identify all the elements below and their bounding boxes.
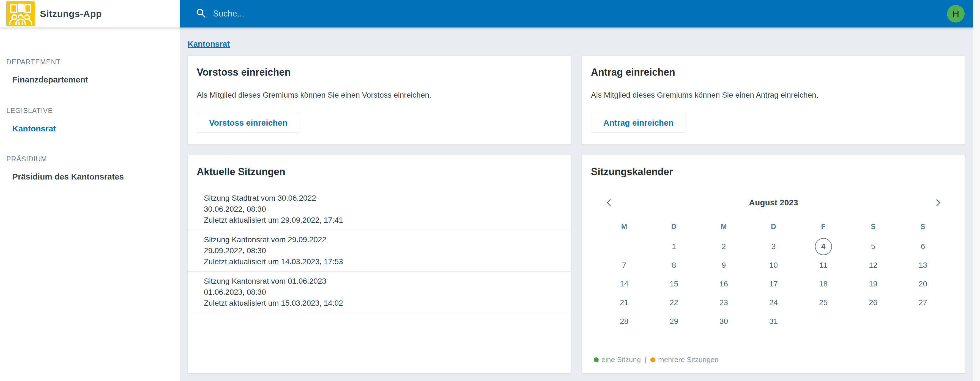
calendar-week-row: 1 2 3 4 5 6 — [599, 237, 948, 256]
calendar-day-cell[interactable]: 31 — [765, 313, 782, 330]
search-input[interactable] — [213, 9, 461, 19]
sitzung-list-item[interactable]: Sitzung Kantonsrat vom 01.06.2023 01.06.… — [197, 276, 562, 309]
sitzungskalender-title: Sitzungskalender — [591, 166, 956, 178]
calendar-day-cell — [865, 313, 882, 330]
aktuelle-sitzungen-card: Aktuelle Sitzungen Sitzung Stadtrat vom … — [188, 155, 571, 373]
calendar-weekday-row: M D M D F S S — [599, 220, 948, 233]
calendar-day-cell[interactable]: 7 — [616, 257, 633, 274]
weekday-label: D — [771, 222, 776, 231]
calendar-day-cell[interactable]: 19 — [865, 275, 882, 292]
calendar-week-row: 14 15 16 17 18 19 20 — [599, 275, 948, 293]
calendar-week-row: 28 29 30 31 — [599, 312, 948, 331]
calendar-month-label: August 2023 — [615, 198, 932, 207]
antrag-einreichen-button[interactable]: Antrag einreichen — [591, 113, 686, 133]
chevron-right-icon[interactable] — [932, 197, 944, 209]
sitzung-updated: Zuletzt aktualisiert um 29.09.2022, 17:4… — [204, 215, 562, 226]
sitzung-title: Sitzung Kantonsrat vom 01.06.2023 — [204, 276, 562, 287]
calendar-day-cell[interactable]: 1 — [665, 238, 682, 255]
content-area: Kantonsrat Vorstoss einreichen Als Mitgl… — [180, 27, 973, 381]
calendar-day-cell — [616, 238, 633, 255]
legend-multiple-label: mehrere Sitzungen — [658, 356, 719, 364]
weekday-label: S — [871, 222, 875, 231]
sidebar-section-legislative: LEGISLATIVE — [6, 106, 173, 114]
breadcrumb: Kantonsrat — [188, 40, 965, 48]
calendar-week-row: 21 22 23 24 25 26 27 — [599, 293, 948, 312]
calendar-day-cell[interactable]: 2 — [715, 238, 732, 255]
weekday-label: S — [921, 222, 925, 231]
sidebar-section-departement: DEPARTEMENT — [6, 58, 173, 66]
viewport: Sitzungs-App H DEPARTEME — [0, 0, 980, 381]
chevron-left-icon[interactable] — [603, 197, 615, 209]
calendar-day-cell[interactable]: 26 — [865, 294, 882, 311]
weekday-label: F — [821, 222, 826, 231]
sidebar: DEPARTEMENT Finanzdepartement LEGISLATIV… — [0, 27, 180, 381]
search-icon — [196, 8, 206, 19]
calendar-navigation: August 2023 — [591, 194, 956, 211]
sitzung-list-item[interactable]: Sitzung Kantonsrat vom 29.09.2022 29.09.… — [197, 234, 562, 267]
sitzung-datetime: 01.06.2023, 08:30 — [204, 287, 562, 298]
calendar-day-cell[interactable]: 13 — [915, 257, 932, 274]
calendar-day-cell[interactable]: 23 — [715, 294, 732, 311]
legend-separator: | — [644, 356, 646, 364]
sitzung-title: Sitzung Kantonsrat vom 29.09.2022 — [204, 234, 562, 245]
calendar-day-cell[interactable]: 6 — [915, 238, 932, 255]
app-title: Sitzungs-App — [40, 8, 102, 19]
sitzung-list-item[interactable]: Sitzung Stadtrat vom 30.06.2022 30.06.20… — [197, 193, 562, 226]
calendar-day-cell[interactable]: 20 — [915, 275, 932, 292]
header-bar: H — [180, 0, 973, 27]
vorstoss-card: Vorstoss einreichen Als Mitglied dieses … — [188, 56, 571, 144]
app-logo-icon — [6, 1, 35, 26]
sitzung-updated: Zuletzt aktualisiert um 14.03.2023, 17:5… — [204, 256, 562, 267]
calendar-day-cell[interactable]: 18 — [815, 275, 832, 292]
sitzungen-list: Sitzung Stadtrat vom 30.06.2022 30.06.20… — [197, 193, 562, 313]
calendar-day-cell[interactable]: 24 — [765, 294, 782, 311]
calendar-days: 1 2 3 4 5 6 7 8 9 — [599, 237, 948, 331]
calendar-day-cell[interactable]: 22 — [665, 294, 682, 311]
sitzung-datetime: 29.09.2022, 08:30 — [204, 245, 562, 256]
vorstoss-einreichen-button[interactable]: Vorstoss einreichen — [197, 113, 300, 133]
calendar-day-cell-today[interactable]: 4 — [815, 238, 832, 255]
antrag-card-description: Als Mitglied dieses Gremiums können Sie … — [591, 90, 956, 100]
vorstoss-card-description: Als Mitglied dieses Gremiums können Sie … — [197, 90, 562, 100]
search-bar — [196, 8, 947, 19]
avatar[interactable]: H — [947, 5, 965, 22]
sidebar-item-kantonsrat[interactable]: Kantonsrat — [6, 124, 173, 133]
calendar-day-cell[interactable]: 28 — [616, 313, 633, 330]
calendar-day-cell[interactable]: 30 — [715, 313, 732, 330]
calendar-day-cell[interactable]: 9 — [715, 257, 732, 274]
calendar-day-cell[interactable]: 17 — [765, 275, 782, 292]
calendar-day-cell[interactable]: 15 — [665, 275, 682, 292]
sitzung-datetime: 30.06.2022, 08:30 — [204, 204, 562, 215]
multiple-meetings-dot-icon — [651, 357, 655, 362]
sidebar-item-praesidium-des-kantonsrates[interactable]: Präsidium des Kantonsrates — [6, 172, 173, 182]
calendar-day-cell — [915, 313, 932, 330]
breadcrumb-link-kantonsrat[interactable]: Kantonsrat — [188, 40, 230, 48]
body: DEPARTEMENT Finanzdepartement LEGISLATIV… — [0, 27, 973, 381]
sitzungskalender-card: Sitzungskalender August 2023 — [582, 155, 965, 373]
scrollbar[interactable] — [973, 0, 980, 381]
aktuelle-sitzungen-title: Aktuelle Sitzungen — [197, 166, 562, 178]
sidebar-item-finanzdepartement[interactable]: Finanzdepartement — [6, 75, 173, 85]
list-divider — [188, 230, 571, 230]
single-meeting-dot-icon — [594, 357, 599, 362]
calendar-day-cell[interactable]: 5 — [865, 238, 882, 255]
calendar-day-cell[interactable]: 3 — [765, 238, 782, 255]
vorstoss-card-title: Vorstoss einreichen — [197, 66, 562, 78]
calendar-day-cell[interactable]: 10 — [765, 257, 782, 274]
calendar-day-cell[interactable]: 16 — [715, 275, 732, 292]
calendar-day-cell[interactable]: 8 — [665, 257, 682, 274]
calendar-grid: M D M D F S S 1 — [591, 220, 956, 331]
calendar-day-cell[interactable]: 14 — [616, 275, 633, 292]
calendar-day-cell[interactable]: 25 — [815, 294, 832, 311]
weekday-label: M — [721, 222, 727, 231]
calendar-day-cell[interactable]: 27 — [915, 294, 932, 311]
sidebar-section-praesidium: PRÄSIDIUM — [6, 155, 173, 163]
calendar-day-cell[interactable]: 29 — [665, 313, 682, 330]
calendar-day-cell[interactable]: 12 — [865, 257, 882, 274]
calendar-day-cell[interactable]: 21 — [616, 294, 633, 311]
logo-area: Sitzungs-App — [0, 0, 180, 27]
calendar-day-cell — [815, 313, 832, 330]
calendar-day-cell[interactable]: 11 — [815, 257, 832, 274]
sitzung-updated: Zuletzt aktualisiert um 15.03.2023, 14:0… — [204, 298, 562, 309]
calendar-week-row: 7 8 9 10 11 12 13 — [599, 256, 948, 275]
